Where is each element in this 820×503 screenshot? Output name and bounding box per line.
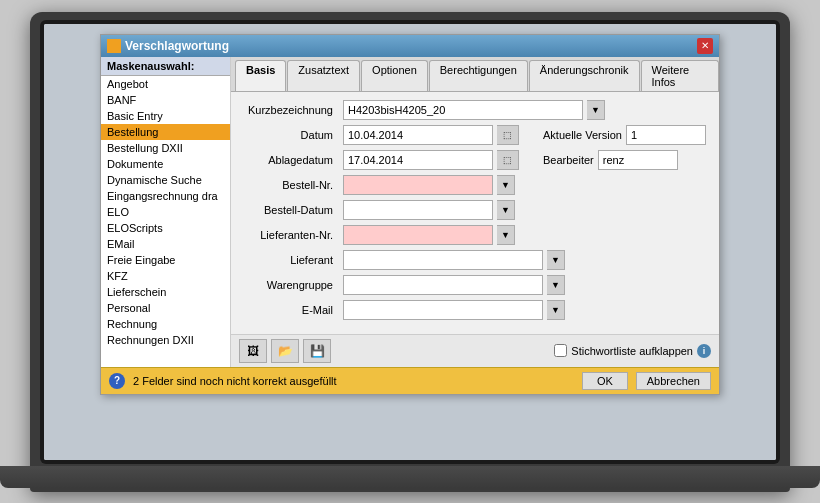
screen-bezel: Verschlagwortung ✕ Maskenauswahl: Angebo… [40, 20, 780, 464]
dropdown-bestelldatum[interactable]: ▼ [497, 200, 515, 220]
cancel-button[interactable]: Abbrechen [636, 372, 711, 390]
list-item[interactable]: ELOScripts [101, 220, 230, 236]
input-lieferant[interactable] [343, 250, 543, 270]
input-datum[interactable] [343, 125, 493, 145]
screen-background: Verschlagwortung ✕ Maskenauswahl: Angebo… [44, 24, 776, 460]
list-item[interactable]: Rechnungen DXII [101, 332, 230, 348]
panel-scroll-area[interactable]: Angebot BANF Basic Entry Bestellung Best… [101, 76, 230, 367]
input-bestellnr[interactable] [343, 175, 493, 195]
label-lieferantennr: Lieferanten-Nr. [239, 229, 339, 241]
label-bestellnr: Bestell-Nr. [239, 179, 339, 191]
bottom-toolbar: 🖼 📂 💾 Stichwortliste aufklappen i [231, 334, 719, 367]
dropdown-email[interactable]: ▼ [547, 300, 565, 320]
folder-button[interactable]: 📂 [271, 339, 299, 363]
form-row-bestellnr: Bestell-Nr. ▼ [239, 175, 711, 195]
close-button[interactable]: ✕ [697, 38, 713, 54]
dropdown-warengruppe[interactable]: ▼ [547, 275, 565, 295]
panel-header: Maskenauswahl: [101, 57, 230, 76]
input-bearbeiter[interactable] [598, 150, 678, 170]
label-bearbeiter: Bearbeiter [543, 154, 594, 166]
form-row-kurzbezeichnung: Kurzbezeichnung ▼ [239, 100, 711, 120]
list-item[interactable]: Dokumente [101, 156, 230, 172]
dropdown-lieferantennr[interactable]: ▼ [497, 225, 515, 245]
label-bestelldatum: Bestell-Datum [239, 204, 339, 216]
input-aktuelle-version[interactable] [626, 125, 706, 145]
title-bar: Verschlagwortung ✕ [101, 35, 719, 57]
form-row-datum: Datum ⬚ Aktuelle Version [239, 125, 711, 145]
label-warengruppe: Warengruppe [239, 279, 339, 291]
save-button[interactable]: 💾 [303, 339, 331, 363]
app-icon [107, 39, 121, 53]
list-item[interactable]: Eingangsrechnung dra [101, 188, 230, 204]
list-item[interactable]: Lieferschein [101, 284, 230, 300]
label-ablagedatum: Ablagedatum [239, 154, 339, 166]
list-item[interactable]: Dynamische Suche [101, 172, 230, 188]
tabs: Basis Zusatztext Optionen Berechtigungen… [231, 57, 719, 92]
label-kurzbezeichnung: Kurzbezeichnung [239, 104, 339, 116]
input-ablagedatum[interactable] [343, 150, 493, 170]
info-icon[interactable]: i [697, 344, 711, 358]
main-content: Maskenauswahl: Angebot BANF Basic Entry … [101, 57, 719, 367]
tab-berechtigungen[interactable]: Berechtigungen [429, 60, 528, 91]
input-kurzbezeichnung[interactable] [343, 100, 583, 120]
calendar-datum[interactable]: ⬚ [497, 125, 519, 145]
status-icon: ? [109, 373, 125, 389]
status-bar: ? 2 Felder sind noch nicht korrekt ausge… [101, 367, 719, 394]
label-lieferant: Lieferant [239, 254, 339, 266]
list-item[interactable]: Rechnung [101, 316, 230, 332]
list-item[interactable]: BANF [101, 92, 230, 108]
list-item[interactable]: Angebot [101, 76, 230, 92]
laptop-shell: Verschlagwortung ✕ Maskenauswahl: Angebo… [30, 12, 790, 492]
image-button[interactable]: 🖼 [239, 339, 267, 363]
form-row-lieferant: Lieferant ▼ [239, 250, 711, 270]
dropdown-bestellnr[interactable]: ▼ [497, 175, 515, 195]
right-panel: Basis Zusatztext Optionen Berechtigungen… [231, 57, 719, 367]
input-lieferantennr[interactable] [343, 225, 493, 245]
dropdown-kurzbezeichnung[interactable]: ▼ [587, 100, 605, 120]
form-row-bestelldatum: Bestell-Datum ▼ [239, 200, 711, 220]
tab-weitere-infos[interactable]: Weitere Infos [641, 60, 720, 91]
list-item[interactable]: Freie Eingabe [101, 252, 230, 268]
title-bar-left: Verschlagwortung [107, 39, 229, 53]
list-item[interactable]: EMail [101, 236, 230, 252]
panel-wrapper: Angebot BANF Basic Entry Bestellung Best… [101, 76, 230, 367]
list-item[interactable]: KFZ [101, 268, 230, 284]
form-row-email: E-Mail ▼ [239, 300, 711, 320]
stichwortliste-label: Stichwortliste aufklappen [571, 345, 693, 357]
left-panel: Maskenauswahl: Angebot BANF Basic Entry … [101, 57, 231, 367]
laptop-screen: Verschlagwortung ✕ Maskenauswahl: Angebo… [44, 24, 776, 460]
list-item-selected[interactable]: Bestellung [101, 124, 230, 140]
ok-button[interactable]: OK [582, 372, 628, 390]
dialog-window: Verschlagwortung ✕ Maskenauswahl: Angebo… [100, 34, 720, 395]
status-message: 2 Felder sind noch nicht korrekt ausgefü… [133, 375, 337, 387]
form-row-lieferantennr: Lieferanten-Nr. ▼ [239, 225, 711, 245]
input-warengruppe[interactable] [343, 275, 543, 295]
form-row-right-ablagedatum: Bearbeiter [543, 150, 678, 170]
form-area: Kurzbezeichnung ▼ Datum ⬚ [231, 92, 719, 334]
list-item[interactable]: Personal [101, 300, 230, 316]
calendar-ablagedatum[interactable]: ⬚ [497, 150, 519, 170]
input-bestelldatum[interactable] [343, 200, 493, 220]
list-item[interactable]: ELO [101, 204, 230, 220]
list-item[interactable]: Bestellung DXII [101, 140, 230, 156]
tab-zusatztext[interactable]: Zusatztext [287, 60, 360, 91]
dialog-title: Verschlagwortung [125, 39, 229, 53]
label-aktuelle-version: Aktuelle Version [543, 129, 622, 141]
form-row-right-datum: Aktuelle Version [543, 125, 706, 145]
list-item[interactable]: Basic Entry [101, 108, 230, 124]
input-email[interactable] [343, 300, 543, 320]
dropdown-lieferant[interactable]: ▼ [547, 250, 565, 270]
tab-aenderungschronik[interactable]: Änderungschronik [529, 60, 640, 91]
label-datum: Datum [239, 129, 339, 141]
tab-basis[interactable]: Basis [235, 60, 286, 91]
form-row-warengruppe: Warengruppe ▼ [239, 275, 711, 295]
laptop-base [0, 466, 820, 488]
label-email: E-Mail [239, 304, 339, 316]
tab-optionen[interactable]: Optionen [361, 60, 428, 91]
stichwortliste-checkbox[interactable] [554, 344, 567, 357]
form-row-ablagedatum: Ablagedatum ⬚ Bearbeiter [239, 150, 711, 170]
stichwortliste-checkbox-label[interactable]: Stichwortliste aufklappen [554, 344, 693, 357]
